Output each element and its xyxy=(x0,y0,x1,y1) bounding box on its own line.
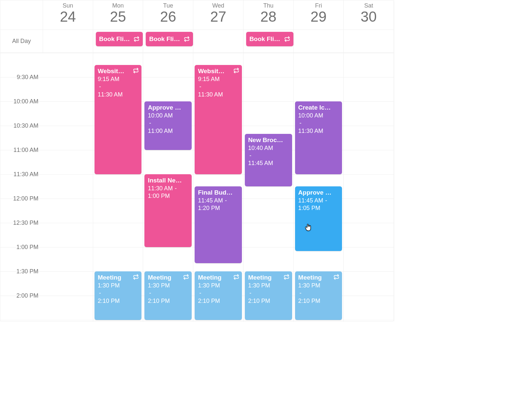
event-times: 9:15 AM-11:30 AM xyxy=(98,75,139,98)
day-col-fri[interactable]: Create Ic…10:00 AM-11:30 AMApprove …11:4… xyxy=(293,53,344,321)
time-label: 1:30 PM xyxy=(16,268,38,275)
event-times: 11:45 AM-1:05 PM xyxy=(298,197,339,212)
time-label: 1:00 PM xyxy=(16,244,38,251)
calendar: Sun 24 Mon 25 Tue 26 Wed 27 Thu 28 Fri 2… xyxy=(0,0,394,322)
event[interactable]: Approve …11:45 AM-1:05 PM xyxy=(295,186,342,251)
repeat-icon xyxy=(284,36,290,42)
event-times: 9:15 AM-11:30 AM xyxy=(198,75,239,98)
allday-event[interactable]: Book Flig… xyxy=(246,32,293,46)
event-title: Meeting xyxy=(298,274,339,281)
event-title: Book Flig… xyxy=(99,35,133,43)
event-title: Websit… xyxy=(198,68,239,75)
day-col-sat[interactable] xyxy=(343,53,394,321)
event-title: Meeting xyxy=(98,274,139,281)
allday-event[interactable]: Book Flig… xyxy=(146,32,193,46)
event-title: Meeting xyxy=(148,274,188,281)
event[interactable]: Meeting1:30 PM-2:10 PM xyxy=(245,271,292,320)
event-title: Meeting xyxy=(248,274,289,281)
repeat-icon xyxy=(134,36,139,42)
event-title: New Broc… xyxy=(248,136,289,144)
day-abbr: Sat xyxy=(344,2,394,9)
event[interactable]: New Broc…10:40 AM-11:45 AM xyxy=(245,134,292,186)
calendar-header: Sun 24 Mon 25 Tue 26 Wed 27 Thu 28 Fri 2… xyxy=(0,0,394,30)
event-title: Create Ic… xyxy=(298,104,339,111)
day-col-tue[interactable]: Approve …10:00 AM-11:00 AMInstall Ne…11:… xyxy=(143,53,193,321)
day-header-sat[interactable]: Sat 30 xyxy=(344,0,394,30)
event[interactable]: Meeting1:30 PM-2:10 PM xyxy=(195,271,242,320)
day-abbr: Tue xyxy=(143,2,193,9)
event[interactable]: Meeting1:30 PM-2:10 PM xyxy=(95,271,142,320)
day-col-mon[interactable]: Websit…9:15 AM-11:30 AMMeeting1:30 PM-2:… xyxy=(93,53,143,321)
time-label: 9:30 AM xyxy=(17,74,38,81)
event[interactable]: Final Bud…11:45 AM-1:20 PM xyxy=(195,186,242,263)
day-abbr: Fri xyxy=(294,2,344,9)
repeat-icon xyxy=(183,274,189,280)
day-header-thu[interactable]: Thu 28 xyxy=(244,0,294,30)
time-label: 10:00 AM xyxy=(13,98,38,105)
day-abbr: Wed xyxy=(193,2,243,9)
event[interactable]: Websit…9:15 AM-11:30 AM xyxy=(95,65,142,174)
event-title: Meeting xyxy=(198,274,239,281)
repeat-icon xyxy=(133,68,139,74)
time-label: 2:00 PM xyxy=(16,292,38,299)
allday-cell-mon[interactable]: Book Flig… xyxy=(93,30,143,52)
event[interactable]: Install Ne…11:30 AM-1:00 PM xyxy=(144,174,192,247)
allday-cell-fri[interactable] xyxy=(294,30,344,52)
event-times: 1:30 PM-2:10 PM xyxy=(198,282,239,305)
day-num: 25 xyxy=(93,9,143,24)
day-num: 26 xyxy=(143,9,193,24)
event-times: 10:00 AM-11:30 AM xyxy=(298,112,339,135)
event-times: 11:30 AM-1:00 PM xyxy=(148,185,188,200)
time-label: 12:00 PM xyxy=(13,195,38,202)
allday-cell-tue[interactable]: Book Flig… xyxy=(143,30,193,52)
event-title: Book Flig… xyxy=(249,35,283,43)
event[interactable]: Websit…9:15 AM-11:30 AM xyxy=(195,65,242,174)
day-num: 28 xyxy=(244,9,293,24)
day-col-sun[interactable] xyxy=(43,53,93,321)
event-title: Approve … xyxy=(298,189,339,196)
allday-cell-wed[interactable] xyxy=(193,30,244,52)
event[interactable]: Meeting1:30 PM-2:10 PM xyxy=(144,271,192,320)
days-grid: Websit…9:15 AM-11:30 AMMeeting1:30 PM-2:… xyxy=(43,53,394,321)
event-times: 11:45 AM-1:20 PM xyxy=(198,197,239,212)
allday-cell-thu[interactable]: Book Flig… xyxy=(244,30,294,52)
event[interactable]: Create Ic…10:00 AM-11:30 AM xyxy=(295,101,342,174)
event-title: Approve … xyxy=(148,104,188,111)
day-num: 27 xyxy=(193,9,243,24)
day-col-thu[interactable]: New Broc…10:40 AM-11:45 AMMeeting1:30 PM… xyxy=(243,53,293,321)
event-times: 1:30 PM-2:10 PM xyxy=(298,282,339,305)
time-label: 11:00 AM xyxy=(13,147,38,154)
day-header-mon[interactable]: Mon 25 xyxy=(93,0,143,30)
day-col-wed[interactable]: Websit…9:15 AM-11:30 AMFinal Bud…11:45 A… xyxy=(193,53,243,321)
repeat-icon xyxy=(284,274,289,280)
day-abbr: Mon xyxy=(93,2,143,9)
event-title: Book Flig… xyxy=(149,35,182,43)
event-times: 10:40 AM-11:45 AM xyxy=(248,144,289,167)
event-title: Websit… xyxy=(98,68,139,75)
event[interactable]: Meeting1:30 PM-2:10 PM xyxy=(295,271,342,320)
header-gutter xyxy=(0,0,43,30)
time-grid: 9:30 AM10:00 AM10:30 AM11:00 AM11:30 AM1… xyxy=(0,53,394,321)
event-title: Final Bud… xyxy=(198,189,239,196)
event-times: 1:30 PM-2:10 PM xyxy=(148,282,188,305)
event-title: Install Ne… xyxy=(148,177,188,184)
day-abbr: Sun xyxy=(43,2,93,9)
day-header-wed[interactable]: Wed 27 xyxy=(193,0,244,30)
allday-event[interactable]: Book Flig… xyxy=(96,32,143,46)
repeat-icon xyxy=(333,274,339,280)
day-num: 24 xyxy=(43,9,93,24)
repeat-icon xyxy=(133,274,139,280)
time-label: 11:30 AM xyxy=(13,171,38,178)
allday-cell-sat[interactable] xyxy=(344,30,394,52)
day-header-tue[interactable]: Tue 26 xyxy=(143,0,193,30)
allday-cell-sun[interactable] xyxy=(43,30,93,52)
allday-row: All Day Book Flig… Book Flig… Book Flig… xyxy=(0,30,394,53)
time-label: 12:30 PM xyxy=(13,220,38,226)
day-num: 29 xyxy=(294,9,344,24)
event[interactable]: Approve …10:00 AM-11:00 AM xyxy=(144,101,192,150)
day-abbr: Thu xyxy=(244,2,293,9)
repeat-icon xyxy=(184,36,190,42)
day-header-fri[interactable]: Fri 29 xyxy=(294,0,344,30)
day-header-sun[interactable]: Sun 24 xyxy=(43,0,93,30)
allday-label: All Day xyxy=(0,30,43,52)
